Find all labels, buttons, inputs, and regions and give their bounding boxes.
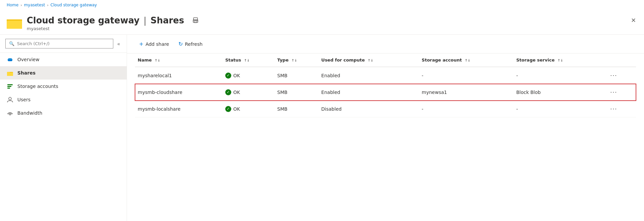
col-storage-service[interactable]: Storage service ↑↓ (514, 53, 605, 67)
col-status[interactable]: Status ↑↓ (223, 53, 275, 67)
col-storage-account[interactable]: Storage account ↑↓ (419, 53, 514, 67)
cell-actions-1: ··· (605, 67, 636, 84)
breadcrumb-sep-1: › (20, 3, 22, 7)
sidebar-nav: Overview Shares (0, 53, 127, 120)
refresh-icon: ↻ (178, 41, 183, 47)
sidebar-item-bandwidth[interactable]: Bandwidth (0, 106, 127, 120)
table-row[interactable]: mysharelocal1 ✓ OK SMB Enabled - - (135, 67, 636, 84)
shares-table: Name ↑↓ Status ↑↓ Type ↑↓ (135, 53, 636, 117)
refresh-button[interactable]: ↻ Refresh (174, 39, 207, 49)
cell-status-3: ✓ OK (223, 101, 275, 117)
resource-subtitle: myasetest (27, 26, 199, 31)
sidebar-item-users[interactable]: Users (0, 93, 127, 106)
table-header: Name ↑↓ Status ↑↓ Type ↑↓ (135, 53, 636, 67)
content-area: + Add share ↻ Refresh Name ↑↓ (127, 35, 644, 221)
more-options-button-3[interactable]: ··· (608, 105, 620, 113)
search-icon: 🔍 (9, 41, 14, 46)
status-text-2: OK (233, 90, 240, 95)
status-text-3: OK (233, 106, 240, 112)
cell-type-1: SMB (275, 67, 319, 84)
sidebar-label-overview: Overview (17, 57, 39, 62)
sidebar-item-shares[interactable]: Shares (0, 66, 127, 80)
svg-rect-2 (7, 21, 22, 29)
more-options-button-2[interactable]: ··· (608, 88, 620, 96)
cell-actions-2: ··· (605, 84, 636, 101)
cell-storage-account-2: mynewsa1 (419, 84, 514, 101)
table-row[interactable]: mysmb-localshare ✓ OK SMB Disabled - - (135, 101, 636, 117)
storage-accounts-icon (7, 83, 13, 90)
shares-table-container: Name ↑↓ Status ↑↓ Type ↑↓ (127, 53, 644, 117)
svg-point-8 (9, 97, 11, 100)
search-input[interactable] (17, 41, 110, 46)
storage-account-sort-icon: ↑↓ (465, 59, 471, 62)
refresh-label: Refresh (185, 41, 203, 47)
cell-status-2: ✓ OK (223, 84, 275, 101)
shares-icon (7, 70, 13, 76)
print-icon[interactable] (192, 17, 199, 24)
status-text-1: OK (233, 73, 240, 78)
breadcrumb-home[interactable]: Home (7, 3, 18, 7)
type-sort-icon: ↑↓ (291, 59, 297, 62)
breadcrumb-myasetest[interactable]: myasetest (24, 3, 45, 7)
breadcrumb-current: Cloud storage gateway (50, 3, 97, 7)
col-type[interactable]: Type ↑↓ (275, 53, 319, 67)
cell-compute-1: Enabled (318, 67, 419, 84)
page-title: Cloud storage gateway | Shares (27, 15, 199, 25)
col-used-for-compute[interactable]: Used for compute ↑↓ (318, 53, 419, 67)
page-header: Cloud storage gateway | Shares myasetest… (0, 10, 644, 35)
header-text-group: Cloud storage gateway | Shares myasetest (27, 15, 199, 31)
cell-storage-service-1: - (514, 67, 605, 84)
status-ok-icon-3: ✓ (225, 106, 231, 112)
title-separator: | (143, 15, 146, 25)
cell-storage-account-3: - (419, 101, 514, 117)
cell-type-3: SMB (275, 101, 319, 117)
col-name[interactable]: Name ↑↓ (135, 53, 223, 67)
breadcrumb: Home › myasetest › Cloud storage gateway (0, 0, 644, 10)
more-options-button-1[interactable]: ··· (608, 71, 620, 80)
overview-icon (7, 56, 13, 63)
table-body: mysharelocal1 ✓ OK SMB Enabled - - (135, 67, 636, 117)
collapse-sidebar-button[interactable]: « (116, 40, 121, 48)
cell-storage-service-3: - (514, 101, 605, 117)
cell-actions-3: ··· (605, 101, 636, 117)
search-container: 🔍 « (0, 35, 127, 53)
close-button[interactable]: ✕ (630, 15, 637, 25)
storage-service-sort-icon: ↑↓ (557, 59, 563, 62)
table-header-row: Name ↑↓ Status ↑↓ Type ↑↓ (135, 53, 636, 67)
svg-point-6 (197, 20, 198, 21)
main-layout: 🔍 « Overview (0, 35, 644, 221)
sidebar: 🔍 « Overview (0, 35, 127, 221)
add-share-button[interactable]: + Add share (135, 39, 173, 49)
sidebar-label-users: Users (17, 97, 30, 102)
table-row[interactable]: mysmb-cloudshare ✓ OK SMB Enabled mynews… (135, 84, 636, 101)
search-box[interactable]: 🔍 (5, 39, 113, 48)
cell-name-2: mysmb-cloudshare (135, 84, 223, 101)
sidebar-item-storage-accounts[interactable]: Storage accounts (0, 80, 127, 93)
name-sort-icon: ↑↓ (155, 59, 160, 62)
app-container: Home › myasetest › Cloud storage gateway… (0, 0, 644, 221)
sidebar-label-storage-accounts: Storage accounts (17, 84, 58, 89)
svg-point-9 (10, 115, 10, 115)
sidebar-item-overview[interactable]: Overview (0, 53, 127, 66)
cell-name-3: mysmb-localshare (135, 101, 223, 117)
sidebar-label-bandwidth: Bandwidth (17, 110, 42, 116)
svg-rect-3 (194, 18, 198, 20)
cell-compute-3: Disabled (318, 101, 419, 117)
col-actions (605, 53, 636, 67)
cell-storage-service-2: Block Blob (514, 84, 605, 101)
cell-compute-2: Enabled (318, 84, 419, 101)
toolbar: + Add share ↻ Refresh (127, 35, 644, 53)
cell-storage-account-1: - (419, 67, 514, 84)
status-sort-icon: ↑↓ (244, 59, 250, 62)
compute-sort-icon: ↑↓ (368, 59, 373, 62)
breadcrumb-sep-2: › (47, 3, 48, 7)
cell-name-1: mysharelocal1 (135, 67, 223, 84)
section-title: Shares (150, 15, 184, 25)
cell-type-2: SMB (275, 84, 319, 101)
sidebar-label-shares: Shares (17, 70, 35, 76)
cell-status-1: ✓ OK (223, 67, 275, 84)
status-ok-icon-2: ✓ (225, 89, 231, 95)
add-share-label: Add share (145, 41, 169, 47)
resource-title: Cloud storage gateway (27, 15, 139, 25)
resource-icon (7, 16, 23, 29)
